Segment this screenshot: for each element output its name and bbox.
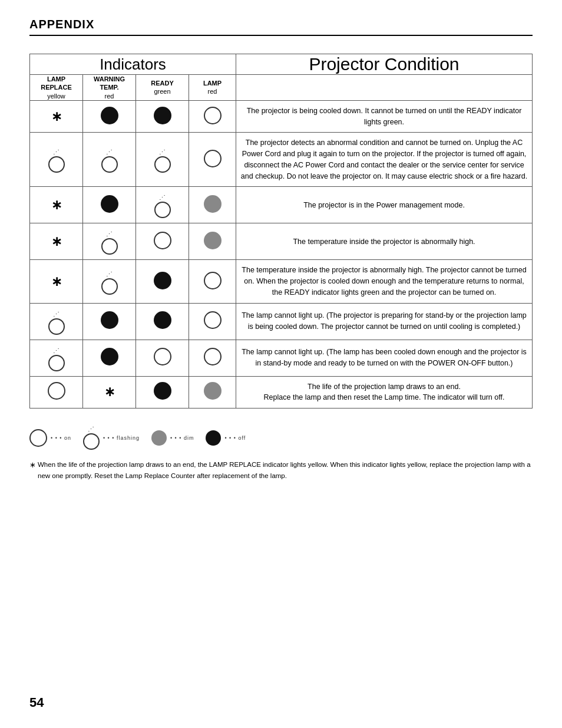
indicator-cell bbox=[136, 303, 189, 340]
outline-circle bbox=[204, 311, 222, 329]
indicator-cell: ⋰ bbox=[136, 187, 189, 223]
subheader-lamp-replace: LAMPREPLACEyellow bbox=[30, 75, 83, 101]
legend-off: • • • off bbox=[206, 430, 246, 446]
indicator-cell bbox=[136, 340, 189, 376]
outline-circle bbox=[48, 382, 65, 400]
flashing-circle: ⋰ bbox=[101, 231, 118, 255]
flashing-circle: ⋰ bbox=[48, 348, 65, 371]
outline-circle bbox=[154, 232, 171, 249]
legend-flashing: ⋰ • • • flashing bbox=[83, 426, 140, 450]
page-container: APPENDIX Indicators Projector Condition … bbox=[0, 0, 562, 728]
footnote: ∗ When the life of the projection lamp d… bbox=[29, 459, 533, 481]
flashing-circle: ⋰ bbox=[48, 311, 65, 335]
indicator-cell: ∗ bbox=[30, 187, 83, 223]
indicator-cell: ⋰ bbox=[136, 133, 189, 187]
footnote-asterisk-symbol: ∗ bbox=[29, 459, 36, 472]
asterisk-symbol: ∗ bbox=[51, 109, 62, 124]
asterisk-symbol: ∗ bbox=[51, 234, 62, 249]
indicator-cell: ⋰ bbox=[83, 223, 136, 260]
filled-circle bbox=[154, 311, 171, 329]
projector-condition-header: Projector Condition bbox=[236, 54, 533, 75]
indicator-cell bbox=[189, 303, 236, 340]
filled-circle bbox=[101, 348, 118, 365]
indicator-cell: ∗ bbox=[30, 100, 83, 133]
indicator-cell bbox=[136, 100, 189, 133]
indicators-header: Indicators bbox=[30, 54, 236, 75]
gray-circle bbox=[204, 232, 222, 249]
condition-cell: The temperature inside the projector is … bbox=[236, 223, 533, 260]
indicator-cell bbox=[136, 260, 189, 303]
flashing-circle: ⋰ bbox=[48, 149, 65, 173]
filled-circle bbox=[101, 311, 118, 329]
legend-section: • • • on ⋰ • • • flashing • • • dim • • … bbox=[29, 426, 533, 450]
gray-circle bbox=[204, 195, 222, 213]
table-row: ∗⋰The temperature inside the projector i… bbox=[30, 260, 533, 303]
indicator-cell bbox=[83, 100, 136, 133]
footnote-text: When the life of the projection lamp dra… bbox=[38, 461, 531, 479]
subheader-row: LAMPREPLACEyellow WARNINGTEMP.red READYg… bbox=[30, 75, 533, 101]
subheader-warning-temp: WARNINGTEMP.red bbox=[83, 75, 136, 101]
indicator-cell: ⋰ bbox=[30, 303, 83, 340]
header-row-1: Indicators Projector Condition bbox=[30, 54, 533, 75]
subheader-lamp: LAMPred bbox=[189, 75, 236, 101]
flashing-circle: ⋰ bbox=[101, 149, 118, 173]
outline-circle bbox=[154, 348, 171, 365]
indicator-cell: ⋰ bbox=[83, 260, 136, 303]
filled-circle bbox=[154, 382, 171, 400]
indicator-cell bbox=[189, 340, 236, 376]
indicator-cell bbox=[189, 260, 236, 303]
indicator-cell bbox=[83, 303, 136, 340]
flashing-circle: ⋰ bbox=[101, 271, 118, 295]
indicator-cell bbox=[136, 223, 189, 260]
legend-on-icon bbox=[29, 429, 47, 447]
indicator-cell bbox=[83, 340, 136, 376]
legend-off-label: • • • off bbox=[224, 435, 246, 441]
condition-cell: The temperature inside the projector is … bbox=[236, 260, 533, 303]
indicator-cell bbox=[189, 133, 236, 187]
outline-circle bbox=[204, 107, 222, 124]
indicator-cell bbox=[189, 187, 236, 223]
filled-circle bbox=[101, 107, 118, 124]
legend-dim-icon bbox=[151, 430, 167, 446]
asterisk-symbol: ∗ bbox=[51, 274, 62, 289]
condition-cell: The projector is in the Power management… bbox=[236, 187, 533, 223]
appendix-header: APPENDIX bbox=[29, 18, 533, 36]
indicator-cell: ⋰ bbox=[30, 133, 83, 187]
flashing-circle: ⋰ bbox=[154, 149, 171, 173]
condition-cell: The lamp cannot light up. (The projector… bbox=[236, 303, 533, 340]
asterisk-symbol: ∗ bbox=[51, 197, 62, 212]
indicator-cell bbox=[189, 100, 236, 133]
table-row: ⋰The lamp cannot light up. (The projecto… bbox=[30, 303, 533, 340]
table-row: ∗⋰The temperature inside the projector i… bbox=[30, 223, 533, 260]
condition-cell: The projector detects an abnormal condit… bbox=[236, 133, 533, 187]
flashing-circle: ⋰ bbox=[154, 195, 171, 218]
condition-cell: The life of the projection lamp draws to… bbox=[236, 376, 533, 409]
legend-on-label: • • • on bbox=[51, 435, 71, 441]
subheader-condition bbox=[236, 75, 533, 101]
appendix-title: APPENDIX bbox=[29, 18, 94, 31]
outline-circle bbox=[204, 150, 222, 167]
indicators-table: Indicators Projector Condition LAMPREPLA… bbox=[29, 54, 533, 409]
asterisk-symbol: ∗ bbox=[104, 384, 115, 399]
table-row: ∗The projector is being cooled down. It … bbox=[30, 100, 533, 133]
condition-cell: The projector is being cooled down. It c… bbox=[236, 100, 533, 133]
indicator-cell bbox=[189, 376, 236, 409]
indicator-cell bbox=[83, 187, 136, 223]
subheader-ready: READYgreen bbox=[136, 75, 189, 101]
condition-cell: The lamp cannot light up. (The lamp has … bbox=[236, 340, 533, 376]
legend-on: • • • on bbox=[29, 429, 71, 447]
indicator-cell bbox=[189, 223, 236, 260]
legend-dim-label: • • • dim bbox=[170, 435, 194, 441]
page-number: 54 bbox=[29, 695, 44, 710]
filled-circle bbox=[154, 272, 171, 289]
gray-circle bbox=[204, 382, 222, 400]
table-row: ∗The life of the projection lamp draws t… bbox=[30, 376, 533, 409]
filled-circle bbox=[101, 195, 118, 213]
legend-flashing-icon: ⋰ bbox=[83, 426, 100, 450]
indicator-cell: ⋰ bbox=[83, 133, 136, 187]
legend-dim: • • • dim bbox=[151, 430, 194, 446]
table-row: ⋰⋰⋰The projector detects an abnormal con… bbox=[30, 133, 533, 187]
indicator-cell: ∗ bbox=[30, 223, 83, 260]
outline-circle bbox=[204, 272, 222, 289]
indicator-cell: ⋰ bbox=[30, 340, 83, 376]
